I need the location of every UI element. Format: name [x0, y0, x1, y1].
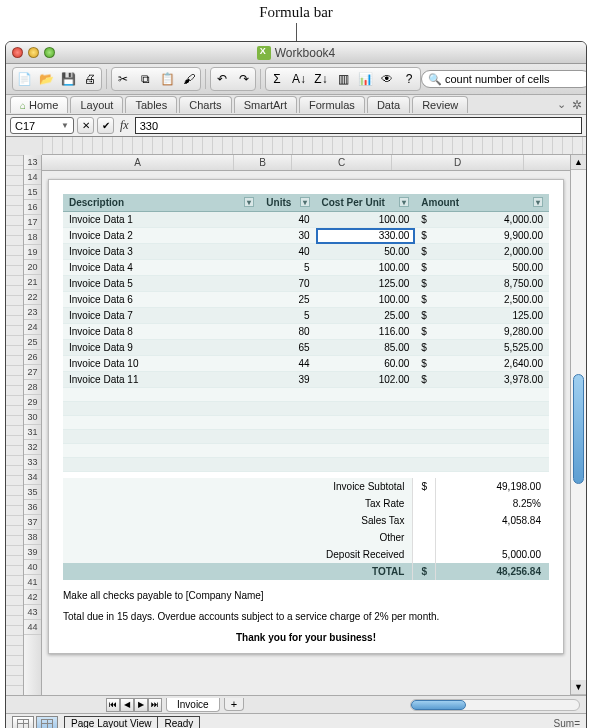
table-row[interactable]: Invoice Data 96585.00$5,525.00 [63, 340, 549, 356]
cancel-formula-button[interactable]: ✕ [77, 117, 94, 134]
formula-input[interactable] [135, 117, 582, 134]
cell-desc[interactable]: Invoice Data 11 [63, 372, 260, 388]
help-search-input[interactable] [445, 73, 584, 85]
cell-units[interactable]: 65 [260, 340, 315, 356]
row-header[interactable]: 19 [24, 245, 41, 260]
cell-desc[interactable]: Invoice Data 3 [63, 244, 260, 260]
row-header[interactable]: 37 [24, 515, 41, 530]
help-search[interactable]: 🔍 [421, 70, 587, 88]
table-row[interactable]: Invoice Data 45100.00$500.00 [63, 260, 549, 276]
cut-button[interactable]: ✂ [113, 69, 133, 89]
cell-desc[interactable]: Invoice Data 9 [63, 340, 260, 356]
th-units[interactable]: Units▾ [260, 194, 315, 212]
horizontal-scrollbar[interactable] [244, 699, 586, 711]
cell-amount[interactable]: $2,640.00 [415, 356, 549, 372]
cell-cost[interactable]: 100.00 [316, 260, 416, 276]
filter-icon[interactable]: ▾ [533, 197, 543, 207]
cell-desc[interactable]: Invoice Data 2 [63, 228, 260, 244]
sheet-area[interactable]: A B C D Description▾ Units▾ Cost Per Uni… [42, 155, 570, 695]
cell-desc[interactable]: Invoice Data 6 [63, 292, 260, 308]
table-row[interactable]: Invoice Data 7525.00$125.00 [63, 308, 549, 324]
col-header-a[interactable]: A [42, 155, 234, 170]
cell-units[interactable]: 39 [260, 372, 315, 388]
cell-amount[interactable]: $4,000.00 [415, 212, 549, 228]
tab-tables[interactable]: Tables [125, 96, 177, 113]
sheet-tab-invoice[interactable]: Invoice [166, 698, 220, 712]
row-header[interactable]: 24 [24, 320, 41, 335]
table-row[interactable]: Invoice Data 625100.00$2,500.00 [63, 292, 549, 308]
th-amount[interactable]: Amount▾ [415, 194, 549, 212]
filter-icon[interactable]: ▾ [399, 197, 409, 207]
sheet-nav-first[interactable]: ⏮ [106, 698, 120, 712]
open-button[interactable]: 📂 [36, 69, 56, 89]
cell-amount[interactable]: $9,280.00 [415, 324, 549, 340]
sort-button[interactable]: A↓ [289, 69, 309, 89]
row-header[interactable]: 38 [24, 530, 41, 545]
tab-review[interactable]: Review [412, 96, 468, 113]
row-headers[interactable]: 1314151617181920212223242526272829303132… [24, 155, 42, 695]
row-header[interactable]: 41 [24, 575, 41, 590]
col-header-d[interactable]: D [392, 155, 524, 170]
chart-button[interactable]: 📊 [355, 69, 375, 89]
th-description[interactable]: Description▾ [63, 194, 260, 212]
filter-icon[interactable]: ▾ [244, 197, 254, 207]
cell-amount[interactable]: $500.00 [415, 260, 549, 276]
cell-amount[interactable]: $125.00 [415, 308, 549, 324]
copy-button[interactable]: ⧉ [135, 69, 155, 89]
cell-amount[interactable]: $2,500.00 [415, 292, 549, 308]
name-box[interactable]: C17 ▼ [10, 117, 74, 134]
cell-amount[interactable]: $3,978.00 [415, 372, 549, 388]
show-button[interactable]: 👁 [377, 69, 397, 89]
cell-desc[interactable]: Invoice Data 10 [63, 356, 260, 372]
cell-units[interactable]: 30 [260, 228, 315, 244]
vertical-scrollbar[interactable]: ▲ ▼ [570, 155, 586, 695]
table-row-empty[interactable] [63, 444, 549, 458]
sheet-nav-prev[interactable]: ◀ [120, 698, 134, 712]
cell-units[interactable]: 5 [260, 308, 315, 324]
cell-cost[interactable]: 60.00 [316, 356, 416, 372]
cell-cost[interactable]: 50.00 [316, 244, 416, 260]
undo-button[interactable]: ↶ [212, 69, 232, 89]
filter-icon[interactable]: ▾ [300, 197, 310, 207]
cell-units[interactable]: 5 [260, 260, 315, 276]
col-header-c[interactable]: C [292, 155, 392, 170]
scroll-track[interactable] [571, 170, 586, 680]
cell-units[interactable]: 40 [260, 212, 315, 228]
cell-desc[interactable]: Invoice Data 1 [63, 212, 260, 228]
row-header[interactable]: 14 [24, 170, 41, 185]
filter-button[interactable]: ▥ [333, 69, 353, 89]
fx-label[interactable]: fx [120, 118, 129, 133]
row-header[interactable]: 22 [24, 290, 41, 305]
tab-home[interactable]: ⌂Home [10, 96, 68, 113]
cell-desc[interactable]: Invoice Data 8 [63, 324, 260, 340]
table-row[interactable]: Invoice Data 34050.00$2,000.00 [63, 244, 549, 260]
cell-desc[interactable]: Invoice Data 7 [63, 308, 260, 324]
col-header-b[interactable]: B [234, 155, 292, 170]
row-header[interactable]: 36 [24, 500, 41, 515]
sum-button[interactable]: Σ [267, 69, 287, 89]
table-row-empty[interactable] [63, 458, 549, 472]
ribbon-collapse-icon[interactable]: ⌄ [557, 98, 566, 111]
row-header[interactable]: 40 [24, 560, 41, 575]
save-button[interactable]: 💾 [58, 69, 78, 89]
print-button[interactable]: 🖨 [80, 69, 100, 89]
paste-button[interactable]: 📋 [157, 69, 177, 89]
table-row[interactable]: Invoice Data 230330.00$9,900.00 [63, 228, 549, 244]
cell-amount[interactable]: $5,525.00 [415, 340, 549, 356]
table-row-empty[interactable] [63, 430, 549, 444]
scroll-down-icon[interactable]: ▼ [571, 680, 586, 695]
cell-amount[interactable]: $9,900.00 [415, 228, 549, 244]
add-sheet-button[interactable]: + [224, 698, 244, 711]
cell-units[interactable]: 40 [260, 244, 315, 260]
tab-data[interactable]: Data [367, 96, 410, 113]
row-header[interactable]: 16 [24, 200, 41, 215]
cell-units[interactable]: 44 [260, 356, 315, 372]
table-row[interactable]: Invoice Data 880116.00$9,280.00 [63, 324, 549, 340]
new-button[interactable]: 📄 [14, 69, 34, 89]
row-header[interactable]: 13 [24, 155, 41, 170]
sheet-nav-next[interactable]: ▶ [134, 698, 148, 712]
row-header[interactable]: 31 [24, 425, 41, 440]
column-headers[interactable]: A B C D [42, 155, 570, 171]
row-header[interactable]: 25 [24, 335, 41, 350]
cell-units[interactable]: 25 [260, 292, 315, 308]
